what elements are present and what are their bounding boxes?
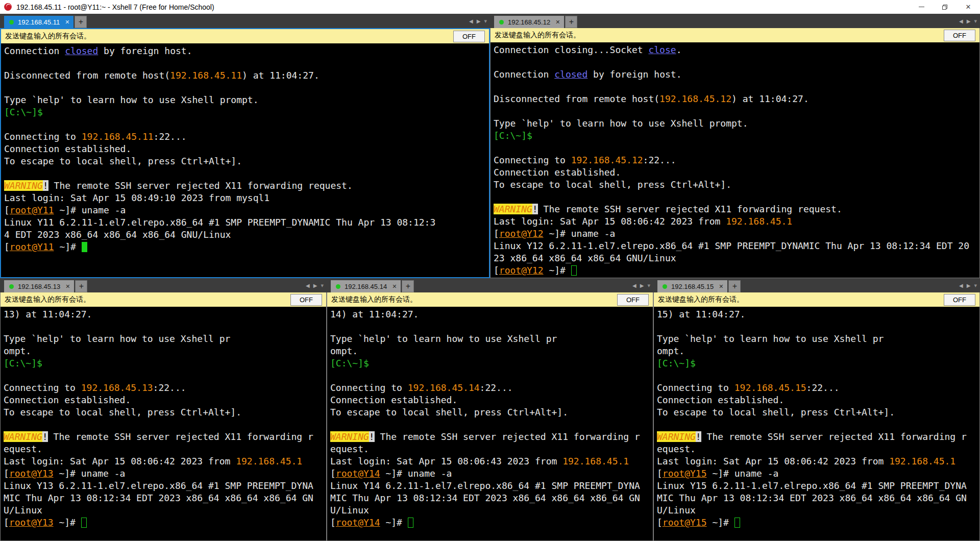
terminal-line: [C:\~]$ — [657, 357, 979, 370]
tab-close-icon[interactable]: ✕ — [65, 19, 69, 26]
new-tab-button[interactable]: + — [75, 280, 87, 292]
send-input-label: 发送键盘输入的所有会话。 — [5, 295, 90, 304]
terminal-line: Type `help' to learn how to use Xshell p… — [657, 333, 979, 345]
tab-scroll-left-icon[interactable]: ◀ — [959, 283, 963, 288]
terminal-line: MIC Thu Apr 13 08:12:34 EDT 2023 x86_64 … — [4, 492, 326, 504]
tab-label: 192.168.45.11 — [18, 18, 60, 26]
new-tab-button[interactable]: + — [402, 280, 414, 292]
tab-scroll-right-icon[interactable]: ▶ — [967, 283, 971, 288]
terminal[interactable]: Connection closed by foreign host. Disco… — [1, 43, 489, 277]
tab-scroll-left-icon[interactable]: ◀ — [306, 283, 310, 288]
terminal-line: [root@Y11 ~]# uname -a — [4, 204, 489, 216]
connected-dot-icon — [336, 284, 340, 289]
terminal[interactable]: 14) at 11:04:27. Type `help' to learn ho… — [327, 307, 653, 540]
send-input-banner: 发送键盘输入的所有会话。 OFF — [1, 29, 489, 43]
tab-label: 192.168.45.14 — [345, 283, 387, 290]
tab-scroll-left-icon[interactable]: ◀ — [469, 18, 473, 24]
window-title: 192.168.45.11 - root@Y11:~ - Xshell 7 (F… — [16, 3, 214, 11]
send-input-off-button[interactable]: OFF — [617, 294, 649, 306]
terminal-line: [root@Y13 ~]# — [4, 517, 326, 529]
terminal-line: [C:\~]$ — [4, 106, 489, 118]
send-input-banner: 发送键盘输入的所有会话。 OFF — [654, 292, 979, 307]
terminal-line: WARNING! The remote SSH server rejected … — [4, 180, 489, 192]
terminal-line: 13) at 11:04:27. — [4, 308, 326, 321]
close-button[interactable]: ✕ — [957, 0, 980, 14]
terminal-line: [root@Y14 ~]# uname -a — [330, 468, 653, 480]
terminal-line — [657, 321, 979, 333]
terminal-line: Connection established. — [330, 394, 653, 406]
terminal-line: equest. — [4, 443, 326, 455]
send-input-banner: 发送键盘输入的所有会话。 OFF — [327, 292, 653, 307]
tab-close-icon[interactable]: ✕ — [555, 19, 560, 26]
minimize-button[interactable] — [910, 0, 933, 14]
session-tab-45-15[interactable]: 192.168.45.15 ✕ — [657, 280, 727, 292]
session-tab-45-14[interactable]: 192.168.45.14 ✕ — [331, 280, 401, 292]
window-title-bar: 192.168.45.11 - root@Y11:~ - Xshell 7 (F… — [0, 0, 980, 14]
tab-scroll-left-icon[interactable]: ◀ — [632, 283, 636, 288]
terminal-line: To escape to local shell, press Ctrl+Alt… — [657, 406, 979, 419]
restore-button[interactable] — [933, 0, 957, 14]
terminal-line: 23 x86_64 x86_64 x86_64 GNU/Linux — [494, 252, 979, 264]
terminal-line: [C:\~]$ — [330, 357, 653, 370]
terminal[interactable]: 15) at 11:04:27. Type `help' to learn ho… — [654, 307, 979, 540]
tab-list-dropdown-icon[interactable]: ▾ — [974, 282, 977, 289]
session-tab-45-12[interactable]: 192.168.45.12 ✕ — [494, 16, 564, 28]
terminal-line: To escape to local shell, press Ctrl+Alt… — [4, 155, 489, 167]
terminal-line: equest. — [657, 443, 979, 455]
tab-list-dropdown-icon[interactable]: ▾ — [484, 18, 487, 24]
session-tab-45-11[interactable]: 192.168.45.11 ✕ — [4, 16, 74, 28]
terminal-line: Type `help' to learn how to use Xshell p… — [494, 117, 979, 130]
terminal-line — [4, 167, 489, 180]
send-input-off-button[interactable]: OFF — [944, 30, 975, 41]
terminal-line — [4, 419, 326, 431]
new-tab-button[interactable]: + — [728, 280, 741, 292]
terminal-line: Type `help' to learn how to use Xshell p… — [4, 333, 326, 345]
terminal-line: To escape to local shell, press Ctrl+Alt… — [4, 406, 326, 419]
tab-close-icon[interactable]: ✕ — [719, 283, 723, 290]
tab-list-dropdown-icon[interactable]: ▾ — [647, 282, 650, 289]
send-input-label: 发送键盘输入的所有会话。 — [495, 31, 580, 40]
terminal[interactable]: 13) at 11:04:27. Type `help' to learn ho… — [1, 307, 326, 540]
send-input-off-button[interactable]: OFF — [290, 294, 322, 306]
send-input-label: 发送键盘输入的所有会话。 — [5, 32, 91, 41]
terminal-line: Connecting to 192.168.45.14:22... — [330, 382, 653, 394]
send-input-off-button[interactable]: OFF — [944, 294, 975, 306]
terminal-line: Disconnected from remote host(192.168.45… — [494, 93, 979, 105]
terminal-line: Type `help' to learn how to use Xshell p… — [330, 333, 653, 345]
connected-dot-icon — [9, 284, 14, 289]
tab-list-dropdown-icon[interactable]: ▾ — [974, 18, 977, 24]
terminal-line: MIC Thu Apr 13 08:12:34 EDT 2023 x86_64 … — [330, 492, 653, 504]
terminal-line: Linux Y12 6.2.11-1.el7.elrepo.x86_64 #1 … — [494, 240, 979, 252]
terminal[interactable]: Connection closing...Socket close. Conne… — [491, 42, 979, 278]
terminal-line: U/Linux — [4, 504, 326, 517]
cursor-block-hollow — [571, 265, 577, 276]
xshell-logo-icon — [4, 3, 12, 11]
terminal-line: To escape to local shell, press Ctrl+Alt… — [494, 179, 979, 191]
send-input-banner: 发送键盘输入的所有会话。 OFF — [491, 28, 979, 42]
terminal-line — [330, 370, 653, 382]
tab-scroll-right-icon[interactable]: ▶ — [967, 18, 971, 24]
terminal-line: ompt. — [330, 345, 653, 357]
new-tab-button[interactable]: + — [75, 16, 87, 28]
terminal-line: MIC Thu Apr 13 08:12:34 EDT 2023 x86_64 … — [657, 492, 979, 504]
session-tab-45-13[interactable]: 192.168.45.13 ✕ — [4, 280, 74, 292]
send-input-off-button[interactable]: OFF — [453, 31, 485, 42]
tab-scroll-right-icon[interactable]: ▶ — [313, 283, 317, 288]
tab-list-dropdown-icon[interactable]: ▾ — [321, 282, 324, 289]
tab-scroll-left-icon[interactable]: ◀ — [959, 18, 963, 24]
terminal-line: Connection established. — [657, 394, 979, 406]
tab-label: 192.168.45.15 — [671, 283, 714, 290]
tab-scroll-right-icon[interactable]: ▶ — [640, 283, 644, 288]
tab-scroll-right-icon[interactable]: ▶ — [477, 18, 481, 24]
terminal-line: WARNING! The remote SSH server rejected … — [330, 431, 653, 443]
terminal-line: WARNING! The remote SSH server rejected … — [494, 203, 979, 215]
tab-close-icon[interactable]: ✕ — [392, 283, 397, 290]
tab-bar: 192.168.45.14 ✕ + ◀ ▶ ▾ — [327, 278, 653, 292]
terminal-line: [root@Y14 ~]# — [330, 517, 653, 529]
new-tab-button[interactable]: + — [565, 16, 577, 28]
terminal-line: U/Linux — [657, 504, 979, 517]
terminal-line: 4 EDT 2023 x86_64 x86_64 x86_64 GNU/Linu… — [4, 229, 489, 241]
cursor-block-hollow — [408, 518, 413, 528]
connected-dot-icon — [499, 20, 504, 24]
tab-close-icon[interactable]: ✕ — [65, 283, 70, 290]
